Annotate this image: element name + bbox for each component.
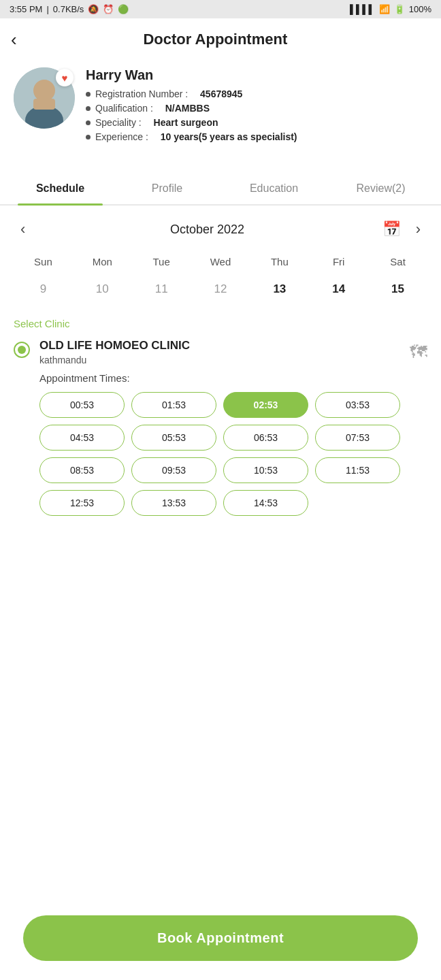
experience-label: Experience : [95,131,148,142]
time-slot-12:53[interactable]: 12:53 [39,490,125,516]
doctor-section: ♥ Harry Wan Registration Number : 456789… [0,56,441,152]
date-9[interactable]: 9 [14,277,73,301]
time-slot-14:53[interactable]: 14:53 [223,490,308,516]
day-sat: Sat [368,253,427,270]
clinic-row: OLD LIFE HOMOEO CLINIC kathmandu Appoint… [14,339,427,516]
status-time: 3:55 PM [10,4,42,14]
calendar-next-button[interactable]: › [409,218,427,241]
favorite-icon[interactable]: ♥ [56,69,74,86]
alarm-icon: ⏰ [103,4,114,14]
time-slot-06:53[interactable]: 06:53 [223,425,308,451]
bullet [86,120,91,125]
wifi-icon: 📶 [379,4,390,14]
time-slot-02:53[interactable]: 02:53 [223,392,308,418]
doctor-info: Harry Wan Registration Number : 45678945… [86,67,427,146]
time-slot-01:53[interactable]: 01:53 [131,392,216,418]
clinic-radio[interactable] [14,342,30,358]
speciality-value: Heart surgeon [154,117,218,128]
calendar-nav: ‹ October 2022 📅 › [14,218,427,241]
clinic-city: kathmandu [39,355,400,365]
clinic-info: OLD LIFE HOMOEO CLINIC kathmandu Appoint… [39,339,400,516]
time-slot-08:53[interactable]: 08:53 [39,457,125,483]
experience-value: 10 years(5 years as specialist) [161,131,297,142]
speciality-detail: Speciality : Heart surgeon [86,117,427,128]
dates-row: 9 10 11 12 13 14 15 [14,277,427,301]
select-clinic-label: Select Clinic [14,318,427,329]
tab-education[interactable]: Education [220,173,327,204]
date-15[interactable]: 15 [368,277,427,301]
registration-detail: Registration Number : 45678945 [86,88,427,99]
status-network-speed: 0.7KB/s [53,4,84,14]
time-slot-07:53[interactable]: 07:53 [315,425,400,451]
bullet [86,92,91,97]
date-12[interactable]: 12 [191,277,250,301]
time-slot-11:53[interactable]: 11:53 [315,457,400,483]
status-right: ▌▌▌▌ 📶 🔋 100% [350,4,431,14]
day-tue: Tue [132,253,191,270]
day-fri: Fri [309,253,368,270]
registration-value: 45678945 [200,88,242,99]
time-slot-03:53[interactable]: 03:53 [315,392,400,418]
svg-rect-3 [33,99,55,110]
time-slot-10:53[interactable]: 10:53 [223,457,308,483]
calendar-month: October 2022 [170,223,244,237]
qualification-value: N/AMBBS [165,103,210,114]
bullet [86,135,91,140]
date-10[interactable]: 10 [73,277,132,301]
status-bar: 3:55 PM | 0.7KB/s 🔕 ⏰ 🟢 ▌▌▌▌ 📶 🔋 100% [0,0,441,18]
calendar-icon[interactable]: 📅 [382,220,401,238]
speciality-label: Speciality : [95,117,142,128]
clinic-name: OLD LIFE HOMOEO CLINIC [39,339,400,353]
date-14[interactable]: 14 [309,277,368,301]
bullet [86,106,91,111]
header: ‹ Doctor Appointment [0,18,441,56]
map-icon[interactable]: 🗺 [410,342,427,363]
time-slot-09:53[interactable]: 09:53 [131,457,216,483]
tabs: Schedule Profile Education Review(2) [0,173,441,206]
times-grid: 00:5301:5302:5303:5304:5305:5306:5307:53… [39,392,400,516]
day-wed: Wed [191,253,250,270]
avatar-wrap: ♥ [14,67,75,129]
book-button-wrap: Book Appointment [23,915,418,961]
appt-times-label: Appointment Times: [39,372,400,384]
tab-review[interactable]: Review(2) [327,173,434,204]
time-slot-13:53[interactable]: 13:53 [131,490,216,516]
back-button[interactable]: ‹ [11,31,17,48]
app-icon: 🟢 [118,4,129,14]
battery-level: 100% [409,4,431,14]
days-header: Sun Mon Tue Wed Thu Fri Sat [14,253,427,270]
registration-label: Registration Number : [95,88,188,99]
page-title: Doctor Appointment [24,31,407,48]
day-sun: Sun [14,253,73,270]
battery-icon: 🔋 [394,4,405,14]
date-11[interactable]: 11 [132,277,191,301]
doctor-name: Harry Wan [86,67,427,83]
time-slot-00:53[interactable]: 00:53 [39,392,125,418]
bell-icon: 🔕 [88,4,99,14]
time-slot-04:53[interactable]: 04:53 [39,425,125,451]
day-thu: Thu [250,253,309,270]
experience-detail: Experience : 10 years(5 years as special… [86,131,427,142]
tab-schedule[interactable]: Schedule [7,173,114,204]
qualification-detail: Qualification : N/AMBBS [86,103,427,114]
qualification-label: Qualification : [95,103,153,114]
time-slot-05:53[interactable]: 05:53 [131,425,216,451]
calendar-prev-button[interactable]: ‹ [14,218,32,241]
status-network: | [46,4,48,14]
day-mon: Mon [73,253,132,270]
book-appointment-button[interactable]: Book Appointment [23,915,418,961]
svg-point-1 [33,80,55,101]
tab-profile[interactable]: Profile [114,173,220,204]
radio-inner [18,346,26,354]
status-left: 3:55 PM | 0.7KB/s 🔕 ⏰ 🟢 [10,4,129,14]
signal-icon: ▌▌▌▌ [350,4,375,14]
calendar-nav-right: 📅 › [382,218,427,241]
clinic-section: Select Clinic OLD LIFE HOMOEO CLINIC kat… [0,308,441,523]
calendar-section: ‹ October 2022 📅 › Sun Mon Tue Wed Thu F… [0,206,441,308]
date-13[interactable]: 13 [250,277,309,301]
